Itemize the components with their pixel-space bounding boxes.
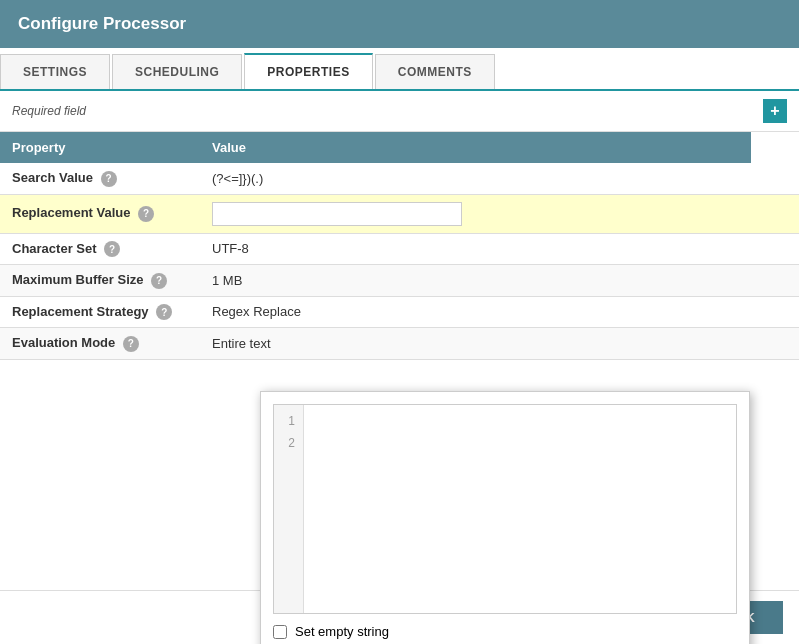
required-field-label: Required field — [12, 104, 86, 118]
dialog-title: Configure Processor — [18, 14, 781, 34]
tab-settings[interactable]: SETTINGS — [0, 54, 110, 89]
set-empty-string-row: Set empty string — [273, 624, 737, 639]
value-editor-textarea[interactable] — [304, 405, 736, 613]
prop-character-set: Character Set ? — [0, 233, 200, 265]
table-row: Evaluation Mode ? Entire text — [0, 328, 799, 360]
configure-processor-dialog: Configure Processor SETTINGS SCHEDULING … — [0, 0, 799, 644]
tabs-bar: SETTINGS SCHEDULING PROPERTIES COMMENTS — [0, 48, 799, 91]
table-row: Replacement Strategy ? Regex Replace — [0, 296, 799, 328]
table-row: Maximum Buffer Size ? 1 MB — [0, 265, 799, 297]
main-content: Required field + Property Value Search V… — [0, 91, 799, 360]
table-row: Search Value ? (?<=]})(.) — [0, 163, 799, 194]
tab-comments[interactable]: COMMENTS — [375, 54, 495, 89]
value-max-buffer-size: 1 MB — [200, 265, 751, 297]
set-empty-string-label: Set empty string — [295, 624, 389, 639]
set-empty-string-checkbox[interactable] — [273, 625, 287, 639]
table-header-row: Property Value — [0, 132, 799, 163]
prop-search-value: Search Value ? — [0, 163, 200, 194]
table-row: Character Set ? UTF-8 — [0, 233, 799, 265]
value-character-set: UTF-8 — [200, 233, 751, 265]
prop-replacement-value: Replacement Value ? — [0, 194, 200, 233]
help-icon[interactable]: ? — [101, 171, 117, 187]
editor-area: 1 2 — [273, 404, 737, 614]
tab-properties[interactable]: PROPERTIES — [244, 53, 372, 89]
value-search-value: (?<=]})(.) — [200, 163, 751, 194]
dialog-header: Configure Processor — [0, 0, 799, 48]
help-icon[interactable]: ? — [151, 273, 167, 289]
table-row: Replacement Value ? — [0, 194, 799, 233]
help-icon[interactable]: ? — [123, 336, 139, 352]
value-replacement-strategy: Regex Replace — [200, 296, 751, 328]
help-icon[interactable]: ? — [156, 304, 172, 320]
prop-max-buffer-size: Maximum Buffer Size ? — [0, 265, 200, 297]
value-editor-popup: 1 2 Set empty string — [260, 391, 750, 644]
add-property-button[interactable]: + — [763, 99, 787, 123]
line-numbers: 1 2 — [274, 405, 304, 613]
prop-replacement-strategy: Replacement Strategy ? — [0, 296, 200, 328]
properties-table: Property Value Search Value ? (?<=]})(.)… — [0, 132, 799, 360]
col-property: Property — [0, 132, 200, 163]
help-icon[interactable]: ? — [104, 241, 120, 257]
value-replacement-value — [200, 194, 751, 233]
prop-evaluation-mode: Evaluation Mode ? — [0, 328, 200, 360]
tab-scheduling[interactable]: SCHEDULING — [112, 54, 242, 89]
help-icon[interactable]: ? — [138, 206, 154, 222]
required-field-bar: Required field + — [0, 91, 799, 132]
replacement-value-input[interactable] — [212, 202, 462, 226]
value-evaluation-mode: Entire text — [200, 328, 751, 360]
col-value: Value — [200, 132, 751, 163]
